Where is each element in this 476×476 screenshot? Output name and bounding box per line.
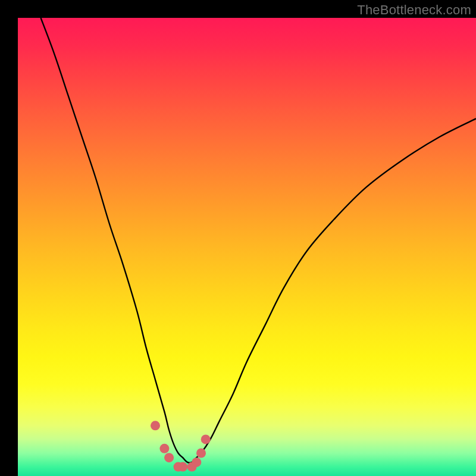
plot-area — [18, 18, 476, 476]
marker-dot — [151, 421, 160, 430]
watermark-text: TheBottleneck.com — [357, 2, 471, 18]
chart-svg — [18, 18, 476, 476]
marker-dot — [192, 458, 201, 467]
chart-frame: TheBottleneck.com — [0, 0, 476, 476]
bottleneck-curve — [41, 18, 477, 463]
marker-dot — [164, 453, 174, 462]
curve-layer — [41, 18, 477, 463]
marker-dot — [178, 462, 187, 472]
marker-layer — [151, 421, 211, 471]
marker-dot — [196, 449, 206, 458]
marker-dot — [159, 444, 169, 453]
marker-dot — [201, 434, 211, 444]
